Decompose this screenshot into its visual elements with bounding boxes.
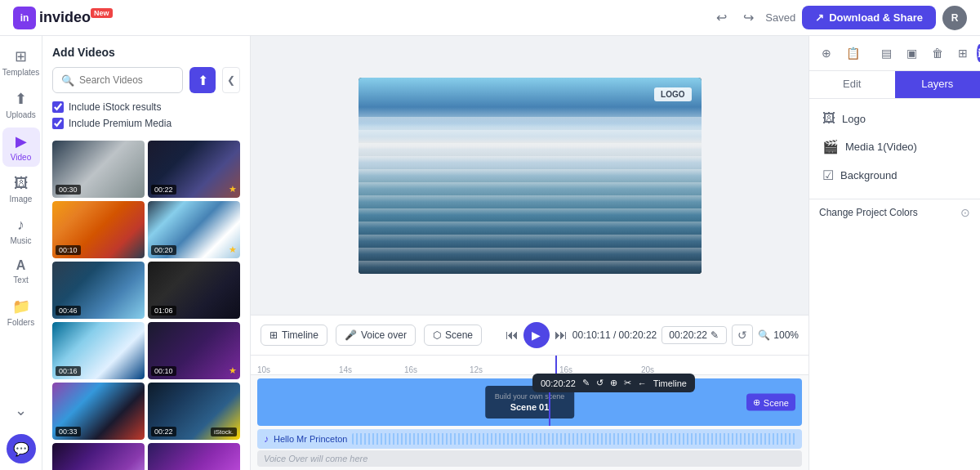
list-item[interactable]: 00:10 ★ — [148, 322, 240, 379]
audio-title: Hello Mr Princeton — [274, 434, 347, 444]
layer-media1[interactable]: 🎬 Media 1(Video) — [816, 133, 973, 160]
right-tabs: Edit Layers — [809, 71, 980, 99]
skip-back-button[interactable]: ⏮ — [506, 328, 519, 342]
undo-button[interactable]: ↩ — [711, 7, 732, 29]
copy-tool-button[interactable]: ⊕ — [816, 43, 837, 64]
sidebar-item-video[interactable]: ▶ Video — [2, 128, 40, 167]
list-item[interactable]: 00:09 — [52, 443, 145, 470]
sidebar-item-templates[interactable]: ⊞ Templates — [2, 43, 40, 82]
refresh-button[interactable]: ↺ — [732, 325, 753, 346]
list-item[interactable]: 00:22 iStock. — [148, 383, 240, 440]
list-item[interactable]: 00:10 — [52, 201, 145, 258]
timeline-tab-button[interactable]: ⊞ Timeline — [261, 325, 327, 346]
skip-forward-button[interactable]: ⏭ — [555, 328, 568, 342]
search-icon: 🔍 — [61, 74, 74, 87]
more-icon: ⌄ — [15, 401, 27, 419]
change-project-colors[interactable]: Change Project Colors ⊙ — [809, 199, 980, 226]
list-item[interactable]: 00:46 — [52, 262, 145, 319]
download-share-button[interactable]: ↗ Download & Share — [802, 6, 936, 29]
sidebar-item-more[interactable]: ⌄ — [2, 396, 40, 424]
play-controls: ⏮ ▶ ⏭ 00:10:11 / 00:20:22 00:20:22 ✎ ↺ 🔍… — [506, 322, 799, 348]
list-item[interactable]: 01:06 — [148, 262, 240, 319]
uploads-icon: ⬆ — [15, 90, 27, 108]
text-icon: A — [16, 258, 26, 273]
align-right-button[interactable]: ▣ — [901, 43, 923, 64]
music-note-icon: ♪ — [264, 433, 269, 445]
scene-track[interactable]: Build your own scene Scene 01 ⊕ Scene — [257, 378, 802, 426]
istock-badge: iStock. — [211, 427, 237, 436]
scene-end-button[interactable]: ⊕ Scene — [746, 394, 795, 411]
thumb-duration: 00:30 — [56, 185, 81, 195]
scene-button[interactable]: ⬡ Scene — [424, 325, 482, 346]
sidebar-label-uploads: Uploads — [6, 110, 36, 119]
timeline-icon: ⊞ — [270, 329, 278, 341]
background-layer-name: Background — [840, 169, 897, 181]
music-icon: ♪ — [17, 217, 24, 234]
chat-button[interactable]: 💬 — [7, 434, 36, 463]
thumb-duration: 00:22 — [151, 427, 176, 436]
search-input[interactable] — [79, 74, 174, 86]
search-row: 🔍 ⬆ ❮ — [52, 67, 240, 93]
list-item[interactable]: 00:20 ★ — [148, 201, 240, 258]
timeline-track-area: 00:20:22 ✎ ↺ ⊕ ✂ ← Timeline Build your o… — [251, 375, 808, 470]
sidebar-item-folders[interactable]: 📁 Folders — [2, 293, 40, 332]
user-avatar[interactable]: R — [942, 6, 967, 30]
premium-checkbox[interactable] — [52, 118, 64, 129]
right-panel: ⊕ 📋 ▤ ▣ 🗑 ⊞ ℹ Edit Layers 🖼 Logo 🎬 Media… — [808, 36, 980, 470]
microphone-icon: 🎤 — [345, 329, 357, 341]
list-item[interactable]: 00:22 ★ — [148, 141, 240, 198]
grid-button[interactable]: ⊞ — [952, 43, 973, 64]
ruler-mark: 14s — [339, 365, 352, 374]
collapse-panel-button[interactable]: ❮ — [222, 67, 240, 93]
play-button[interactable]: ▶ — [523, 322, 550, 348]
delete-button[interactable]: 🗑 — [926, 43, 949, 64]
image-icon: 🖼 — [14, 175, 29, 192]
download-icon: ↗ — [815, 11, 824, 24]
time-sep: / — [613, 329, 619, 341]
layer-logo[interactable]: 🖼 Logo — [816, 105, 973, 132]
videos-panel: Add Videos 🔍 ⬆ ❮ Include iStock results … — [42, 36, 251, 470]
upload-button[interactable]: ⬆ — [189, 67, 216, 93]
timeline-controls-bar: ⊞ Timeline 🎤 Voice over ⬡ Scene ⏮ ▶ ⏭ 00… — [251, 315, 808, 355]
voiceover-button[interactable]: 🎤 Voice over — [336, 325, 416, 346]
thumb-duration: 01:06 — [151, 306, 176, 316]
copy-icon: ⊕ — [610, 378, 617, 388]
waterfall-streams — [359, 117, 702, 274]
tab-edit[interactable]: Edit — [809, 71, 895, 98]
list-item[interactable]: 00:15 — [148, 443, 240, 470]
istock-checkbox-row: Include iStock results — [52, 101, 240, 113]
redo-button[interactable]: ↪ — [738, 7, 759, 29]
sidebar-item-music[interactable]: ♪ Music — [2, 212, 40, 250]
logo: in invideo New — [13, 7, 113, 29]
sidebar-label-video: Video — [11, 153, 31, 162]
playhead-line — [555, 356, 557, 374]
time-input-value: 00:20:22 — [669, 329, 707, 341]
premium-label: Include Premium Media — [69, 118, 172, 129]
folders-icon: 📁 — [12, 298, 30, 316]
sidebar-item-uploads[interactable]: ⬆ Uploads — [2, 85, 40, 124]
list-item[interactable]: 00:33 — [52, 383, 145, 440]
scene-label: Scene — [445, 329, 473, 341]
tab-layers[interactable]: Layers — [895, 71, 981, 98]
layer-background[interactable]: ☑ Background — [816, 162, 973, 189]
download-label: Download & Share — [829, 11, 923, 24]
sidebar-label-music: Music — [10, 236, 31, 245]
sidebar-item-text[interactable]: A Text — [2, 253, 40, 289]
align-left-button[interactable]: ▤ — [875, 43, 898, 64]
current-time-display: 00:10:11 / 00:20:22 — [572, 329, 657, 341]
list-item[interactable]: 00:30 — [52, 141, 145, 198]
sidebar-item-image[interactable]: 🖼 Image — [2, 170, 40, 208]
list-item[interactable]: 00:16 — [52, 322, 145, 379]
time-input[interactable]: 00:20:22 ✎ — [662, 326, 727, 344]
thumb-duration: 00:20 — [151, 245, 176, 255]
sidebar-label-text: Text — [13, 275, 28, 284]
istock-checkbox[interactable] — [52, 101, 64, 113]
timeline-ruler: 10s 14s 16s 12s 16s 20s — [251, 356, 808, 375]
star-icon: ★ — [229, 184, 237, 195]
voiceover-label: Voice over — [361, 329, 407, 341]
thumb-duration: 00:16 — [56, 366, 81, 376]
total-time: 00:20:22 — [619, 329, 657, 341]
info-button[interactable]: ℹ — [977, 44, 980, 62]
center-area: LOGO ⊞ Timeline 🎤 Voice over ⬡ Scene ⏮ ▶… — [251, 36, 808, 470]
paste-tool-button[interactable]: 📋 — [840, 43, 866, 64]
